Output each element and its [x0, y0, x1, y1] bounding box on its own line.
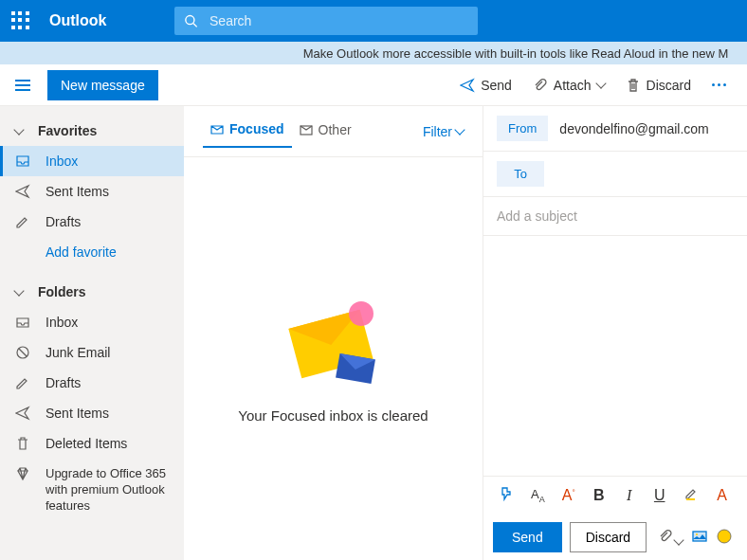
- drafts-icon: [15, 375, 30, 390]
- sidebar-item-label: Drafts: [46, 214, 81, 229]
- compose-pane: From devondelfino@gmail.com To AA A° B I…: [483, 106, 747, 560]
- inbox-tabs: Focused Other Filter: [184, 106, 483, 157]
- search-input[interactable]: [210, 13, 468, 28]
- sidebar-item-inbox[interactable]: Inbox: [0, 146, 184, 176]
- sidebar: Favorites Inbox Sent Items Drafts Add fa…: [0, 106, 184, 560]
- sidebar-item-drafts[interactable]: Drafts: [0, 207, 184, 237]
- sidebar-item-sent[interactable]: Sent Items: [0, 176, 184, 207]
- to-label[interactable]: To: [497, 161, 544, 187]
- underline-button[interactable]: U: [647, 483, 672, 508]
- sidebar-item-label: Upgrade to Office 365 with premium Outlo…: [46, 466, 169, 515]
- message-list-pane: Focused Other Filter Your Focused inbox …: [184, 106, 483, 560]
- trash-icon: [626, 78, 641, 93]
- search-icon: [184, 13, 198, 28]
- add-favorite-link[interactable]: Add favorite: [0, 237, 184, 267]
- empty-illustration: [277, 292, 391, 387]
- format-painter-button[interactable]: [493, 482, 519, 509]
- to-row: To: [483, 152, 747, 197]
- accessibility-banner: Make Outlook more accessible with built-…: [0, 42, 747, 64]
- discard-button[interactable]: Discard: [616, 72, 701, 99]
- sidebar-item-upgrade[interactable]: Upgrade to Office 365 with premium Outlo…: [0, 459, 184, 522]
- send-button[interactable]: Send: [450, 72, 521, 99]
- chevron-down-icon: [454, 124, 465, 135]
- sidebar-item-inbox-folder[interactable]: Inbox: [0, 307, 184, 337]
- other-icon: [300, 123, 313, 136]
- sidebar-item-label: Inbox: [46, 154, 78, 169]
- attach-button[interactable]: Attach: [523, 72, 614, 99]
- subject-input[interactable]: [483, 197, 747, 236]
- from-value: devondelfino@gmail.com: [559, 121, 708, 136]
- svg-point-8: [718, 530, 731, 543]
- diamond-icon: [15, 466, 30, 481]
- toolbar: New message Send Attach Discard: [0, 64, 747, 106]
- new-message-button[interactable]: New message: [47, 70, 158, 100]
- insert-image-button[interactable]: [692, 529, 707, 547]
- svg-line-3: [19, 349, 27, 356]
- folders-header[interactable]: Folders: [0, 277, 184, 307]
- focused-icon: [210, 122, 224, 135]
- from-row: From devondelfino@gmail.com: [483, 106, 747, 152]
- svg-line-1: [193, 24, 197, 27]
- to-input[interactable]: [556, 167, 734, 182]
- sidebar-item-junk[interactable]: Junk Email: [0, 337, 184, 368]
- bold-button[interactable]: B: [587, 483, 611, 508]
- chevron-down-icon: [595, 78, 606, 88]
- font-size-button[interactable]: AA: [525, 483, 551, 508]
- send-icon: [460, 78, 475, 93]
- filter-button[interactable]: Filter: [423, 124, 464, 139]
- drafts-icon: [15, 214, 30, 229]
- compose-body[interactable]: [483, 236, 747, 476]
- brand-label: Outlook: [49, 12, 106, 29]
- sidebar-item-sent-folder[interactable]: Sent Items: [0, 398, 184, 428]
- sent-icon: [15, 184, 30, 199]
- sent-icon: [15, 406, 30, 421]
- tab-focused[interactable]: Focused: [203, 116, 292, 148]
- insert-emoji-button[interactable]: [717, 529, 732, 547]
- junk-icon: [15, 345, 30, 360]
- text-color-button[interactable]: A: [710, 483, 735, 508]
- inbox-icon: [15, 154, 30, 169]
- highlight-button[interactable]: [678, 482, 704, 509]
- attach-file-button[interactable]: [658, 529, 683, 547]
- empty-state: Your Focused inbox is cleared: [184, 157, 483, 560]
- sidebar-item-label: Drafts: [46, 375, 81, 390]
- svg-point-0: [186, 16, 194, 25]
- font-color-button[interactable]: A°: [556, 483, 581, 508]
- sidebar-item-drafts-folder[interactable]: Drafts: [0, 368, 184, 398]
- favorites-header[interactable]: Favorites: [0, 116, 184, 146]
- chevron-down-icon: [13, 285, 24, 296]
- sidebar-item-deleted[interactable]: Deleted Items: [0, 428, 184, 459]
- chevron-down-icon: [13, 124, 24, 135]
- svg-point-7: [696, 533, 698, 535]
- sidebar-item-label: Sent Items: [46, 406, 109, 421]
- sidebar-item-label: Junk Email: [46, 345, 110, 360]
- italic-button[interactable]: I: [617, 483, 642, 508]
- trash-icon: [15, 436, 30, 451]
- inbox-icon: [15, 315, 30, 330]
- compose-discard-button[interactable]: Discard: [570, 522, 647, 552]
- more-actions-button[interactable]: [702, 78, 736, 92]
- empty-text: Your Focused inbox is cleared: [238, 406, 428, 425]
- app-header: Outlook: [0, 0, 747, 42]
- compose-send-button[interactable]: Send: [493, 522, 562, 552]
- format-toolbar: AA A° B I U A: [483, 476, 747, 515]
- hamburger-icon[interactable]: [11, 76, 34, 95]
- sidebar-item-label: Sent Items: [46, 184, 109, 199]
- tab-other[interactable]: Other: [292, 117, 359, 147]
- svg-rect-6: [693, 532, 706, 541]
- app-launcher-icon[interactable]: [11, 11, 30, 30]
- attach-icon: [533, 78, 548, 93]
- sidebar-item-label: Deleted Items: [46, 436, 127, 451]
- search-box[interactable]: [174, 7, 478, 35]
- sidebar-item-label: Inbox: [46, 315, 78, 330]
- compose-footer: Send Discard: [483, 515, 747, 560]
- from-label[interactable]: From: [497, 116, 548, 141]
